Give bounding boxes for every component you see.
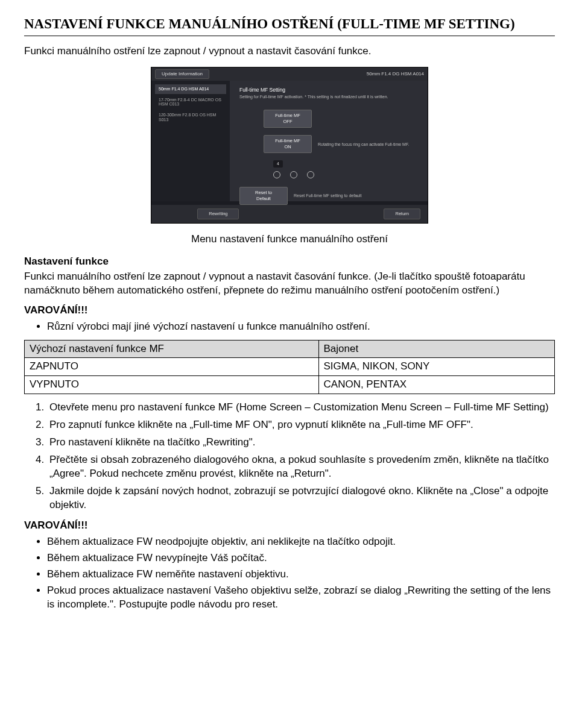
warning-bullet: Pokud proces aktualizace nastavení Vašeh…: [47, 583, 555, 613]
warning-bullet: Během aktualizace FW neodpojujte objekti…: [47, 534, 555, 550]
table-cell: SIGMA, NIKON, SONY: [318, 358, 554, 376]
ss-lens-model: 50mm F1.4 DG HSM A014: [367, 71, 424, 78]
page-title: NASTAVENÍ FUNKCE MANUÁLNÍHO OSTŘENÍ (FUL…: [24, 14, 555, 36]
default-settings-table: Výchozí nastavení funkce MF Bajonet ZAPN…: [24, 340, 555, 395]
step-item: Pro nastavení klikněte na tlačítko „Rewr…: [47, 434, 555, 451]
screenshot-caption: Menu nastavení funkce manuálního ostření: [24, 233, 555, 246]
ss-lens-list: 50mm F1.4 DG HSM A014 17-70mm F2.8-4 DC …: [151, 81, 230, 201]
ss-update-info: Update Information: [155, 69, 209, 80]
table-row: VYPNUTO CANON, PENTAX: [25, 376, 555, 394]
warning-bullet: Během aktualizace FW nevypínejte Váš poč…: [47, 550, 555, 566]
step-item: Otevřete menu pro nastavení funkce MF (H…: [47, 399, 555, 416]
settings-screenshot: Update Information 50mm F1.4 DG HSM A014…: [151, 67, 428, 224]
intro-paragraph: Funkci manuálního ostření lze zapnout / …: [24, 45, 555, 58]
table-cell: CANON, PENTAX: [318, 376, 554, 394]
table-header-cell: Bajonet: [318, 340, 554, 358]
ss-reset-button: Reset to Default: [239, 187, 288, 205]
table-row: ZAPNUTO SIGMA, NIKON, SONY: [25, 358, 555, 376]
ss-mf-off-button: Full-time MF OFF: [264, 110, 312, 128]
step-item: Přečtěte si obsah zobrazeného dialogovéh…: [47, 451, 555, 483]
radio-icon: [273, 171, 280, 178]
ss-section-title: Full-time MF Setting: [239, 87, 418, 93]
ss-radio-row: [273, 171, 418, 178]
warning-bullet: Různí výrobci mají jiné výchozí nastaven…: [47, 319, 555, 335]
step-item: Pro zapnutí funkce klikněte na „Full-tim…: [47, 416, 555, 434]
section-body: Funkci manuálního ostření lze zapnout / …: [24, 270, 555, 298]
step-item: Jakmile dojde k zapsání nových hodnot, z…: [47, 483, 555, 514]
section-heading: Nastavení funkce: [24, 255, 555, 269]
radio-icon: [307, 171, 314, 178]
table-cell: ZAPNUTO: [25, 358, 319, 376]
ss-return-button: Return: [384, 209, 420, 219]
warning-heading: VAROVÁNÍ!!!: [24, 304, 555, 318]
warning-heading: VAROVÁNÍ!!!: [24, 519, 555, 533]
ss-reset-desc: Reset Full-time MF setting to default: [294, 193, 361, 198]
ss-rewriting-button: Rewriting: [197, 209, 239, 219]
warning-bullet: Během aktualizace FW neměňte nastavení o…: [47, 566, 555, 583]
ss-section-sub: Setting for Full-time MF activation. * T…: [239, 95, 418, 99]
ss-lens-item: 50mm F1.4 DG HSM A014: [155, 84, 226, 94]
ss-mf-on-button: Full-time MF ON: [264, 135, 312, 153]
table-header-cell: Výchozí nastavení funkce MF: [25, 340, 319, 358]
radio-icon: [290, 171, 297, 178]
ss-lens-item: 120-300mm F2.8 DG OS HSM S013: [155, 110, 226, 124]
table-cell: VYPNUTO: [25, 376, 319, 394]
ss-lens-item: 17-70mm F2.8-4 DC MACRO OS HSM C013: [155, 95, 226, 109]
steps-list: Otevřete menu pro nastavení funkce MF (H…: [24, 399, 555, 514]
ss-value-label: 4: [273, 160, 283, 167]
ss-mf-on-desc: Rotating the focus ring can activate Ful…: [318, 142, 409, 147]
table-header-row: Výchozí nastavení funkce MF Bajonet: [25, 340, 555, 358]
